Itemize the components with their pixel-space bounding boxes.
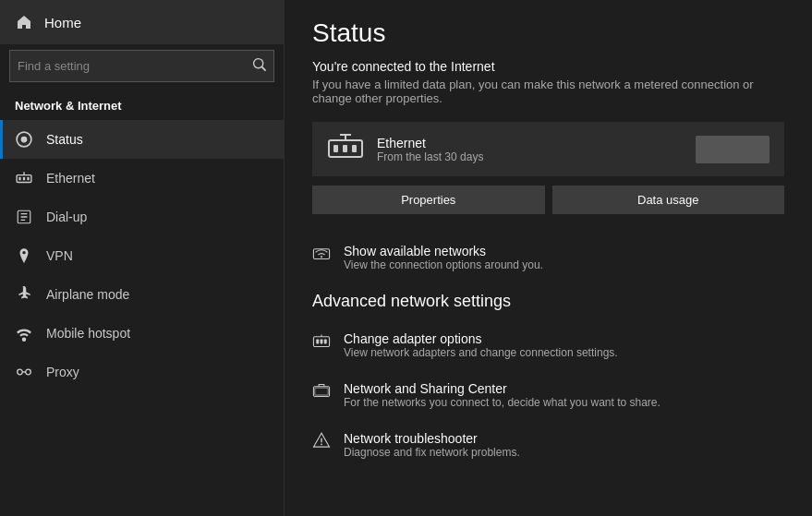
sharing-desc: For the networks you connect to, decide …: [344, 396, 661, 409]
adapter-icon: [312, 331, 331, 350]
sharing-center-item[interactable]: Network and Sharing Center For the netwo…: [312, 370, 784, 420]
home-label: Home: [44, 15, 81, 30]
vpn-icon: [15, 246, 33, 265]
show-networks-text: Show available networks View the connect…: [344, 244, 543, 271]
advanced-heading: Advanced network settings: [312, 292, 784, 311]
search-button[interactable]: [253, 58, 266, 74]
connected-desc: If you have a limited data plan, you can…: [312, 78, 784, 105]
dialup-icon: [15, 208, 33, 226]
sidebar-item-status[interactable]: Status: [0, 120, 284, 159]
show-networks-icon: [312, 244, 331, 262]
svg-rect-3: [18, 177, 20, 180]
sidebar-section-label: Network & Internet: [0, 93, 284, 120]
ethernet-icon: [15, 169, 33, 187]
ethernet-card-icon: [327, 133, 364, 165]
sidebar-item-airplane[interactable]: Airplane mode: [0, 275, 284, 314]
main-content: Status You're connected to the Internet …: [285, 0, 812, 516]
sidebar-item-label-ethernet: Ethernet: [46, 171, 95, 186]
home-icon: [15, 13, 33, 31]
show-networks-title: Show available networks: [344, 244, 543, 258]
properties-button[interactable]: Properties: [312, 186, 545, 214]
status-icon: [15, 130, 33, 149]
data-usage-button[interactable]: Data usage: [552, 186, 785, 214]
sharing-text: Network and Sharing Center For the netwo…: [344, 381, 661, 409]
troubleshooter-title: Network troubleshooter: [344, 431, 520, 446]
sidebar: Home Network & Internet Status: [0, 0, 285, 516]
troubleshooter-desc: Diagnose and fix network problems.: [344, 446, 520, 459]
ethernet-data-bar: [696, 136, 770, 163]
sharing-icon: [312, 381, 331, 400]
search-box[interactable]: [9, 50, 274, 82]
sharing-title: Network and Sharing Center: [344, 381, 661, 396]
svg-rect-10: [343, 145, 347, 152]
hotspot-icon: [15, 324, 33, 342]
svg-rect-19: [315, 388, 328, 395]
sidebar-item-proxy[interactable]: Proxy: [0, 353, 284, 391]
svg-rect-9: [333, 145, 338, 152]
sidebar-item-dialup[interactable]: Dial-up: [0, 198, 284, 236]
sidebar-item-label-airplane: Airplane mode: [46, 287, 129, 302]
svg-rect-15: [316, 340, 319, 344]
svg-rect-16: [321, 340, 323, 344]
ethernet-card-sub: From the last 30 days: [377, 150, 696, 163]
btn-row: Properties Data usage: [312, 186, 784, 214]
adapter-text: Change adapter options View network adap…: [344, 331, 618, 359]
adapter-desc: View network adapters and change connect…: [344, 346, 618, 359]
show-networks-option[interactable]: Show available networks View the connect…: [312, 233, 784, 282]
ethernet-info: Ethernet From the last 30 days: [377, 136, 696, 163]
troubleshooter-item[interactable]: Network troubleshooter Diagnose and fix …: [312, 420, 784, 470]
search-input[interactable]: [18, 59, 253, 73]
sidebar-item-label-vpn: VPN: [46, 248, 73, 263]
adapter-options-item[interactable]: Change adapter options View network adap…: [312, 320, 784, 370]
svg-rect-11: [352, 145, 357, 152]
sidebar-item-label-hotspot: Mobile hotspot: [46, 326, 130, 341]
connected-title: You're connected to the Internet: [312, 59, 784, 74]
sidebar-item-label-status: Status: [46, 132, 83, 147]
svg-rect-4: [23, 177, 25, 180]
svg-point-6: [18, 369, 23, 375]
adapter-title: Change adapter options: [344, 331, 618, 346]
svg-rect-17: [324, 340, 327, 344]
troubleshooter-text: Network troubleshooter Diagnose and fix …: [344, 431, 520, 459]
page-title: Status: [312, 18, 784, 48]
svg-point-7: [26, 369, 31, 375]
sidebar-item-label-dialup: Dial-up: [46, 210, 87, 224]
sidebar-home-button[interactable]: Home: [0, 0, 284, 44]
sidebar-item-ethernet[interactable]: Ethernet: [0, 159, 284, 198]
svg-rect-5: [27, 177, 29, 180]
sidebar-item-label-proxy: Proxy: [46, 365, 79, 379]
svg-point-1: [21, 137, 28, 143]
proxy-icon: [15, 363, 33, 381]
airplane-icon: [15, 285, 33, 304]
sidebar-item-hotspot[interactable]: Mobile hotspot: [0, 314, 284, 353]
sidebar-item-vpn[interactable]: VPN: [0, 236, 284, 275]
show-networks-desc: View the connection options around you.: [344, 258, 543, 271]
svg-point-20: [321, 443, 322, 445]
svg-point-13: [321, 256, 322, 258]
troubleshoot-icon: [312, 431, 331, 450]
ethernet-card: Ethernet From the last 30 days: [312, 122, 784, 176]
ethernet-card-name: Ethernet: [377, 136, 696, 150]
